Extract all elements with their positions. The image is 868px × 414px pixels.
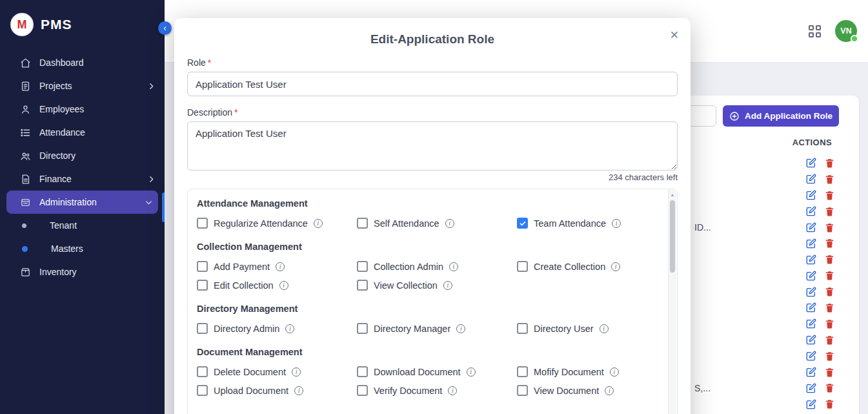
checkbox[interactable] bbox=[517, 366, 528, 377]
checkbox[interactable] bbox=[197, 366, 208, 377]
edit-icon[interactable] bbox=[806, 335, 816, 345]
checkbox[interactable] bbox=[357, 366, 368, 377]
info-icon[interactable]: i bbox=[605, 386, 614, 395]
edit-icon[interactable] bbox=[806, 206, 816, 216]
info-icon[interactable]: i bbox=[276, 262, 285, 271]
delete-icon[interactable] bbox=[824, 206, 835, 217]
edit-icon[interactable] bbox=[806, 302, 816, 313]
delete-icon[interactable] bbox=[824, 382, 835, 393]
delete-icon[interactable] bbox=[824, 318, 835, 329]
checkbox[interactable] bbox=[517, 218, 528, 229]
checkbox[interactable] bbox=[197, 261, 208, 272]
edit-icon[interactable] bbox=[806, 254, 816, 265]
table-row: ID... bbox=[692, 220, 835, 236]
info-icon[interactable]: i bbox=[294, 386, 303, 395]
info-icon[interactable]: i bbox=[443, 281, 452, 290]
edit-icon[interactable] bbox=[806, 318, 816, 329]
delete-icon[interactable] bbox=[824, 174, 835, 185]
edit-icon[interactable] bbox=[806, 351, 816, 361]
edit-icon[interactable] bbox=[806, 238, 816, 249]
sidebar-item-attendance[interactable]: Attendance bbox=[0, 121, 165, 144]
checkbox[interactable] bbox=[357, 323, 368, 334]
close-icon[interactable]: ✕ bbox=[670, 28, 679, 42]
info-icon[interactable]: i bbox=[285, 324, 294, 333]
info-icon[interactable]: i bbox=[612, 219, 621, 228]
info-icon[interactable]: i bbox=[610, 367, 619, 377]
permission-option: Mofify Documenti bbox=[517, 366, 658, 377]
delete-icon[interactable] bbox=[824, 398, 835, 409]
permission-label: Download Document bbox=[374, 367, 461, 377]
info-icon[interactable]: i bbox=[292, 367, 301, 377]
edit-icon[interactable] bbox=[806, 271, 816, 281]
sidebar-subitem-masters[interactable]: Masters bbox=[0, 237, 165, 260]
checkbox[interactable] bbox=[197, 280, 208, 291]
sidebar-item-projects[interactable]: Projects bbox=[0, 74, 165, 98]
permission-option: Directory Admini bbox=[197, 323, 357, 334]
apps-grid-icon[interactable] bbox=[809, 25, 822, 38]
sidebar-subitem-label: Tenant bbox=[50, 220, 77, 231]
delete-icon[interactable] bbox=[824, 351, 835, 362]
delete-icon[interactable] bbox=[824, 190, 835, 201]
delete-icon[interactable] bbox=[824, 222, 835, 233]
sidebar-item-inventory[interactable]: Inventory bbox=[0, 260, 165, 284]
inventory-icon bbox=[20, 267, 31, 278]
delete-icon[interactable] bbox=[824, 238, 835, 249]
delete-icon[interactable] bbox=[824, 335, 835, 346]
edit-icon[interactable] bbox=[806, 383, 816, 393]
permission-label: Self Attendance bbox=[374, 218, 439, 229]
sidebar-item-employees[interactable]: Employees bbox=[0, 98, 165, 121]
checkbox[interactable] bbox=[197, 323, 208, 334]
edit-icon[interactable] bbox=[806, 399, 816, 409]
info-icon[interactable]: i bbox=[445, 219, 454, 228]
delete-icon[interactable] bbox=[824, 158, 835, 169]
edit-icon[interactable] bbox=[806, 367, 816, 377]
edit-icon[interactable] bbox=[806, 222, 816, 233]
sidebar-item-finance[interactable]: Finance bbox=[0, 167, 165, 191]
delete-icon[interactable] bbox=[824, 254, 835, 265]
delete-icon[interactable] bbox=[824, 270, 835, 281]
home-icon bbox=[20, 57, 31, 68]
checkbox[interactable] bbox=[517, 261, 528, 272]
permission-group: Document ManagementDelete DocumentiDownl… bbox=[197, 347, 658, 396]
info-icon[interactable]: i bbox=[448, 386, 457, 395]
edit-icon[interactable] bbox=[806, 158, 816, 168]
sidebar-collapse-button[interactable]: ‹ bbox=[158, 21, 172, 35]
sidebar-subitem-tenant[interactable]: Tenant bbox=[0, 214, 165, 237]
checkbox[interactable] bbox=[357, 385, 368, 396]
checkbox[interactable] bbox=[517, 323, 528, 334]
info-icon[interactable]: i bbox=[449, 262, 458, 271]
edit-icon[interactable] bbox=[806, 190, 816, 200]
chevron-right-icon bbox=[147, 82, 156, 90]
description-textarea[interactable]: Application Test User bbox=[187, 121, 678, 171]
checkbox[interactable] bbox=[197, 218, 208, 229]
permission-label: Regularize Attendance bbox=[214, 218, 308, 229]
scroll-up-icon[interactable]: ▲ bbox=[669, 192, 676, 197]
scrollbar-thumb[interactable] bbox=[670, 200, 675, 273]
checkbox[interactable] bbox=[357, 218, 368, 229]
scrollbar[interactable]: ▲ ▼ bbox=[668, 190, 676, 414]
permission-option: Self Attendancei bbox=[357, 218, 517, 229]
checkbox[interactable] bbox=[517, 385, 528, 396]
sidebar-item-directory[interactable]: Directory bbox=[0, 144, 165, 167]
info-icon[interactable]: i bbox=[314, 219, 323, 228]
sidebar-item-label: Directory bbox=[39, 150, 76, 161]
role-label-text: Role bbox=[187, 57, 206, 68]
sidebar-item-administration[interactable]: Administration bbox=[6, 191, 158, 214]
delete-icon[interactable] bbox=[824, 367, 835, 378]
info-icon[interactable]: i bbox=[279, 281, 288, 290]
info-icon[interactable]: i bbox=[600, 324, 609, 333]
checkbox[interactable] bbox=[357, 280, 368, 291]
delete-icon[interactable] bbox=[824, 302, 835, 313]
permission-option: Download Documenti bbox=[357, 366, 517, 377]
sidebar-item-dashboard[interactable]: Dashboard bbox=[0, 51, 165, 74]
delete-icon[interactable] bbox=[824, 286, 835, 297]
checkbox[interactable] bbox=[357, 261, 368, 272]
add-application-role-button[interactable]: Add Application Role bbox=[723, 105, 839, 127]
info-icon[interactable]: i bbox=[467, 367, 476, 377]
info-icon[interactable]: i bbox=[456, 324, 465, 333]
info-icon[interactable]: i bbox=[611, 262, 620, 271]
edit-icon[interactable] bbox=[806, 174, 816, 184]
edit-icon[interactable] bbox=[806, 287, 816, 297]
checkbox[interactable] bbox=[197, 385, 208, 396]
role-input[interactable] bbox=[187, 72, 678, 96]
